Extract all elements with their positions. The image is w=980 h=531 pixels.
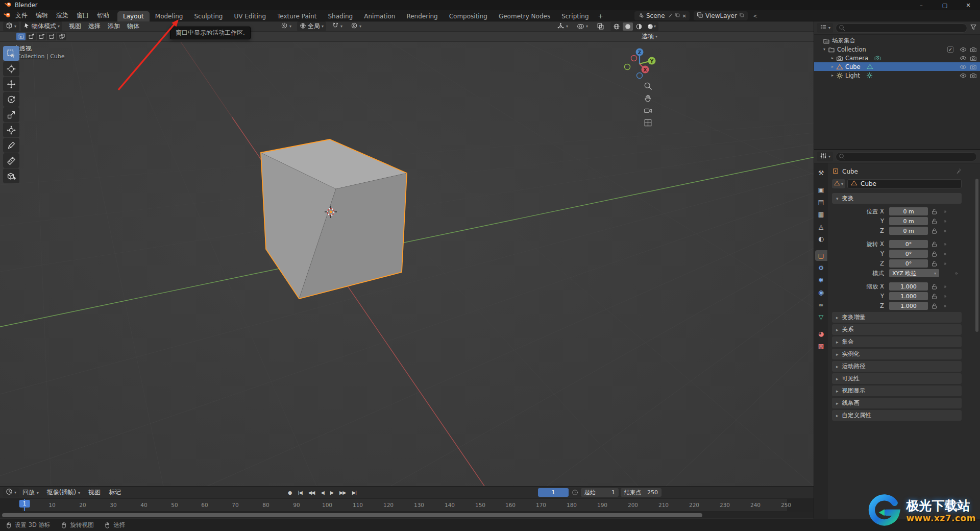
timeline-menu-keying[interactable]: 抠像(插帧) ▾ (43, 487, 84, 498)
workspace-tab-rendering[interactable]: Rendering (401, 11, 443, 21)
timeline-scrollbar[interactable] (0, 512, 814, 518)
workspace-tab-compositing[interactable]: Compositing (444, 11, 493, 21)
animate-dot-icon[interactable] (951, 271, 961, 276)
playback-play-button[interactable]: ▶ (328, 489, 335, 496)
expand-caret-icon[interactable]: ▸ (829, 73, 836, 78)
lock-icon[interactable] (928, 260, 940, 267)
menu-file[interactable]: 文件 (11, 10, 32, 21)
section-视图显示[interactable]: ▸视图显示 (832, 385, 962, 396)
tool-select-box[interactable] (3, 46, 19, 61)
editor-type-button[interactable]: ▾ (3, 21, 19, 31)
properties-tab-physics[interactable]: ◉ (815, 287, 827, 298)
frame-end-field[interactable]: 结束点 250 (621, 488, 662, 497)
tool-scale[interactable] (3, 107, 19, 122)
filter-funnel-icon[interactable] (970, 23, 977, 32)
viewlayer-selector[interactable]: ViewLayer (694, 11, 748, 20)
transform-value-field[interactable]: 0 m (889, 207, 928, 215)
disable-render-icon[interactable] (970, 72, 977, 79)
properties-tab-scene[interactable]: ◬ (815, 221, 827, 232)
lock-icon[interactable] (928, 283, 940, 290)
lock-icon[interactable] (928, 293, 940, 300)
snap-toggle[interactable]: ▾ (329, 21, 345, 31)
animate-dot-icon[interactable] (940, 304, 949, 308)
tool-measure[interactable] (3, 153, 19, 168)
frame-ruler[interactable]: 1102030405060708090100110120130140150160… (0, 499, 814, 512)
properties-editor-type-button[interactable]: ▾ (817, 152, 833, 161)
section-实例化[interactable]: ▸实例化 (832, 349, 962, 359)
playback-play-reverse-button[interactable]: ◀ (318, 489, 326, 496)
menu-window[interactable]: 窗口 (72, 10, 93, 21)
select-mode-extend[interactable] (27, 33, 36, 40)
disable-render-icon[interactable] (970, 63, 977, 70)
hide-eye-icon[interactable] (960, 55, 967, 62)
animate-dot-icon[interactable] (940, 219, 949, 224)
hand-icon[interactable] (644, 94, 652, 103)
timeline-menu-playback[interactable]: 回放 ▾ (19, 487, 42, 498)
hide-eye-icon[interactable] (960, 63, 967, 70)
properties-scrollbar[interactable] (975, 179, 978, 332)
hide-eye-icon[interactable] (960, 46, 967, 53)
section-变换增量[interactable]: ▸变换增量 (832, 312, 962, 323)
properties-tab-modifiers[interactable]: ⚙ (815, 262, 827, 273)
viewport-menu-add[interactable]: 添加 (104, 21, 124, 32)
rotation-mode-dropdown[interactable]: XYZ 欧拉▾ (889, 269, 939, 277)
expand-caret-icon[interactable]: ▾ (821, 47, 827, 52)
tool-add-cube[interactable] (3, 168, 19, 183)
xray-toggle[interactable] (594, 22, 607, 31)
section-线条画[interactable]: ▸线条画 (832, 398, 962, 408)
workspace-tab-animation[interactable]: Animation (358, 11, 401, 21)
playback-jump-end-button[interactable]: ▶| (350, 489, 359, 496)
outliner-row-camera[interactable]: ▸Camera (814, 54, 980, 62)
maximize-button[interactable]: ▢ (933, 0, 957, 10)
workspace-tab-sculpting[interactable]: Sculpting (188, 11, 228, 21)
timeline-menu-marker[interactable]: 标记 (105, 487, 125, 498)
collection-checkbox[interactable]: ✓ (947, 46, 953, 53)
ortho-grid-icon[interactable] (644, 118, 652, 127)
shading-rendered-button[interactable]: ▾ (645, 22, 657, 31)
animate-dot-icon[interactable] (940, 261, 949, 266)
camera-view-icon[interactable] (644, 106, 652, 115)
expand-caret-icon[interactable]: ▸ (829, 64, 836, 69)
tool-cursor[interactable] (3, 61, 19, 76)
new-viewlayer-icon[interactable] (739, 12, 745, 19)
workspace-tab-uv-editing[interactable]: UV Editing (228, 11, 272, 21)
unlink-scene-icon[interactable]: ✕ (682, 13, 687, 19)
proportional-edit-toggle[interactable]: ▾ (348, 21, 364, 31)
workspace-tab-layout[interactable]: Layout (117, 11, 150, 21)
shading-solid-button[interactable] (623, 22, 633, 31)
pivot-dropdown[interactable]: ▾ (278, 21, 294, 31)
cube-object[interactable] (261, 139, 407, 299)
playback-record-button[interactable]: ● (286, 489, 293, 496)
tool-transform[interactable] (3, 123, 19, 137)
select-mode-intersect[interactable] (57, 33, 66, 40)
minimize-button[interactable]: – (910, 0, 933, 10)
animate-dot-icon[interactable] (940, 252, 949, 256)
transform-value-field[interactable]: 0 m (889, 227, 928, 235)
workspace-tab-shading[interactable]: Shading (322, 11, 358, 21)
playback-jump-start-button[interactable]: |◀ (296, 489, 304, 496)
properties-tab-render[interactable]: ▣ (815, 184, 827, 195)
menu-render[interactable]: 渲染 (52, 10, 72, 21)
transform-value-field[interactable]: 1.000 (889, 302, 928, 310)
viewport-menu-object[interactable]: 物体 (124, 21, 143, 32)
viewport-menu-select[interactable]: 选择 (85, 21, 104, 32)
outliner-search-input[interactable] (836, 23, 967, 33)
frame-start-field[interactable]: 起始 1 (581, 488, 619, 497)
lock-icon[interactable] (928, 251, 940, 257)
tool-annotate[interactable] (3, 138, 19, 153)
pin-icon[interactable] (955, 167, 962, 176)
lock-icon[interactable] (928, 228, 940, 234)
properties-tab-object-data[interactable]: ▽ (815, 311, 827, 322)
outliner-row-cube[interactable]: ▸Cube (814, 62, 980, 71)
select-mode-subtract[interactable] (37, 33, 46, 40)
properties-tab-view-layer[interactable]: ▦ (815, 209, 827, 220)
properties-tab-world[interactable]: ◐ (815, 233, 827, 244)
shading-material-button[interactable] (634, 22, 644, 31)
properties-tab-material[interactable]: ◕ (815, 328, 827, 339)
menu-edit[interactable]: 编辑 (32, 10, 52, 21)
playback-next-key-button[interactable]: ▶▶ (337, 489, 348, 496)
playback-prev-key-button[interactable]: ◀◀ (306, 489, 317, 496)
transform-value-field[interactable]: 0 m (889, 217, 928, 225)
animate-dot-icon[interactable] (940, 229, 949, 233)
transform-section-header[interactable]: ▾变换 (832, 193, 962, 204)
